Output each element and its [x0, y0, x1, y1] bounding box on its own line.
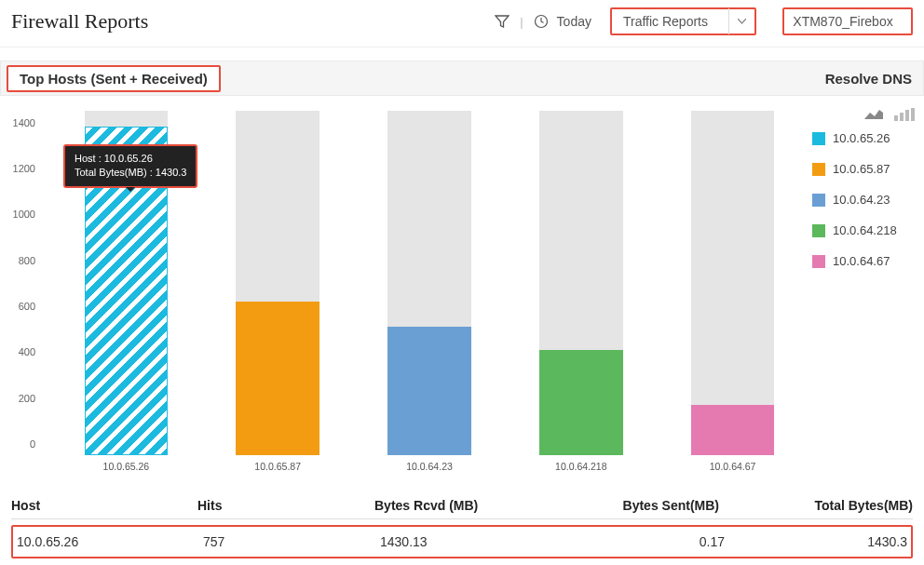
bar-10.0.65.87[interactable]	[236, 111, 319, 455]
col-host: Host	[11, 498, 197, 513]
page-title: Firewall Reports	[11, 9, 148, 34]
legend-label: 10.0.64.67	[833, 254, 890, 268]
resolve-dns-button[interactable]: Resolve DNS	[825, 71, 912, 87]
x-label: 10.0.64.23	[406, 461, 453, 472]
widget-title: Top Hosts (Sent + Received)	[7, 65, 221, 92]
y-tick: 400	[19, 346, 35, 357]
bar-background	[691, 111, 775, 455]
svg-rect-1	[894, 115, 898, 121]
bar-10.0.64.23[interactable]	[387, 111, 471, 455]
legend-label: 10.0.65.26	[833, 131, 890, 145]
x-label: 10.0.64.67	[710, 461, 756, 472]
cell-sent: 0.17	[566, 534, 753, 549]
table-row[interactable]: 10.0.65.26 757 1430.13 0.17 1430.3	[11, 525, 913, 558]
tooltip-line1: Host : 10.0.65.26	[75, 152, 186, 166]
legend-swatch	[812, 163, 825, 176]
cell-rcvd: 1430.13	[380, 534, 566, 549]
svg-rect-4	[911, 108, 915, 121]
cell-hits: 757	[203, 534, 380, 549]
bar-value	[691, 405, 775, 455]
device-value: XTM870_Firebox	[781, 14, 913, 29]
y-tick: 1200	[13, 163, 35, 174]
col-sent: Bytes Sent(MB)	[561, 498, 747, 513]
bar-10.0.64.67[interactable]	[691, 111, 775, 455]
svg-rect-3	[905, 110, 909, 121]
separator: |	[520, 15, 523, 29]
cell-host: 10.0.65.26	[17, 534, 203, 549]
x-label: 10.0.65.26	[103, 461, 150, 472]
x-label: 10.0.65.87	[254, 461, 301, 472]
bar-10.0.64.218[interactable]	[539, 111, 623, 455]
clock-icon[interactable]	[533, 13, 550, 30]
device-dropdown[interactable]: XTM870_Firebox	[782, 7, 913, 35]
bar-value	[539, 350, 623, 455]
legend-label: 10.0.64.23	[833, 193, 890, 207]
legend-swatch	[812, 224, 825, 237]
bar-chart-icon[interactable]	[892, 107, 917, 122]
legend-label: 10.0.65.87	[833, 162, 890, 176]
filter-icon[interactable]	[494, 13, 510, 30]
svg-rect-2	[900, 113, 904, 121]
y-tick: 800	[19, 255, 35, 266]
tooltip-line2: Total Bytes(MB) : 1430.3	[75, 166, 186, 180]
report-type-value: Traffic Reports	[612, 14, 728, 29]
legend-label: 10.0.64.218	[833, 223, 897, 237]
legend-item[interactable]: 10.0.64.218	[812, 223, 917, 237]
time-range-label[interactable]: Today	[557, 14, 591, 29]
legend-item[interactable]: 10.0.64.67	[812, 254, 917, 268]
y-tick: 0	[30, 438, 35, 450]
legend-swatch	[812, 132, 825, 145]
bar-value	[387, 327, 471, 455]
cell-total: 1430.3	[753, 534, 907, 549]
y-tick: 200	[19, 393, 35, 404]
report-type-dropdown[interactable]: Traffic Reports	[610, 7, 756, 35]
legend-swatch	[812, 255, 825, 268]
bar-chart[interactable]: 0200400600800100012001400 10.0.65.2610.0…	[0, 101, 812, 483]
chart-tooltip: Host : 10.0.65.26 Total Bytes(MB) : 1430…	[63, 144, 197, 188]
col-total: Total Bytes(MB)	[747, 498, 913, 513]
legend-item[interactable]: 10.0.64.23	[812, 193, 917, 207]
y-tick: 1000	[13, 209, 35, 220]
bar-value	[236, 302, 319, 455]
y-tick: 1400	[13, 117, 35, 128]
legend-item[interactable]: 10.0.65.26	[812, 131, 917, 145]
table-header: Host Hits Bytes Rcvd (MB) Bytes Sent(MB)…	[11, 492, 913, 519]
col-hits: Hits	[197, 498, 374, 513]
legend-swatch	[812, 194, 825, 207]
x-label: 10.0.64.218	[555, 461, 606, 472]
legend-item[interactable]: 10.0.65.87	[812, 162, 917, 176]
col-rcvd: Bytes Rcvd (MB)	[374, 498, 561, 513]
y-tick: 600	[19, 301, 35, 312]
chevron-down-icon	[728, 8, 754, 34]
area-chart-icon[interactable]	[863, 107, 887, 122]
